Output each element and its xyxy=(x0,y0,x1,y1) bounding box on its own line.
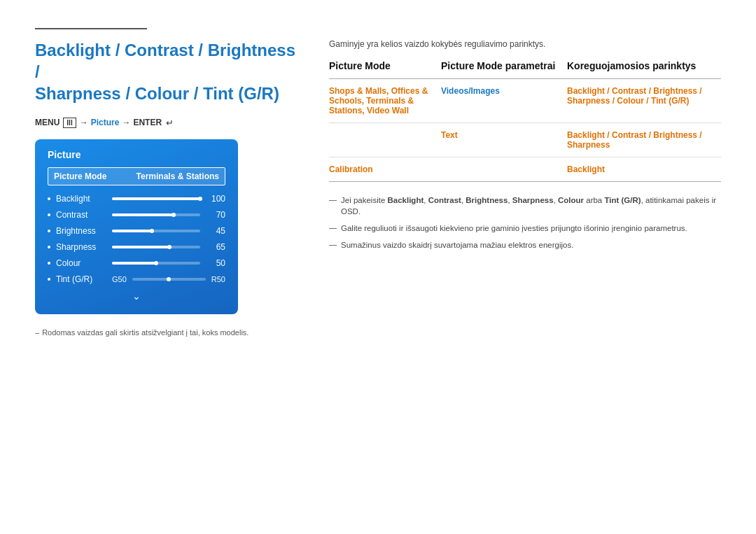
note-item: —Jei pakeisite Backlight, Contrast, Brig… xyxy=(329,195,721,217)
right-intro: Gaminyje yra kelios vaizdo kokybės regul… xyxy=(329,39,721,49)
osd-rows: Backlight100Contrast70Brightness45Sharpn… xyxy=(48,194,225,268)
menu-path: MENU III → Picture → ENTER ↵ xyxy=(35,118,301,128)
osd-dot xyxy=(48,262,50,265)
col-header-param: Picture Mode parametrai xyxy=(441,60,567,79)
osd-row-brightness: Brightness45 xyxy=(48,226,225,236)
osd-bar-fill xyxy=(112,246,169,248)
notes-section: —Jei pakeisite Backlight, Contrast, Brig… xyxy=(329,195,721,251)
osd-row-colour: Colour50 xyxy=(48,258,225,268)
note-below-panel: – Rodomas vaizdas gali skirtis atsižvelg… xyxy=(35,328,301,337)
osd-value: 70 xyxy=(206,210,225,220)
table-cell-mode xyxy=(329,123,441,157)
osd-tint-row: Tint (G/R) G50 R50 xyxy=(48,274,225,284)
osd-tint-r: R50 xyxy=(211,275,225,283)
table-cell-options: Backlight / Contrast / Brightness / Shar… xyxy=(567,123,721,157)
table-cell-param: Text xyxy=(441,123,567,157)
table-cell-mode: Shops & Malls, Offices & Schools, Termin… xyxy=(329,79,441,123)
info-table-body: Shops & Malls, Offices & Schools, Termin… xyxy=(329,79,721,182)
right-column: Gaminyje yra kelios vaizdo kokybės regul… xyxy=(329,39,721,513)
table-cell-param xyxy=(441,157,567,182)
enter-icon: ↵ xyxy=(166,118,174,128)
info-table: Picture Mode Picture Mode parametrai Kor… xyxy=(329,60,721,182)
arrow1: → xyxy=(80,118,88,127)
table-row: Shops & Malls, Offices & Schools, Termin… xyxy=(329,79,721,123)
main-layout: Backlight / Contrast / Brightness / Shar… xyxy=(35,39,721,513)
osd-bar-container xyxy=(112,197,200,200)
menu-box-icon: III xyxy=(63,118,76,128)
osd-tint-dot xyxy=(48,278,50,281)
note-item: —Galite reguliuoti ir išsaugoti kiekvien… xyxy=(329,223,721,234)
table-cell-options: Backlight xyxy=(567,157,721,182)
osd-bar-fill xyxy=(112,197,200,200)
left-column: Backlight / Contrast / Brightness / Shar… xyxy=(35,39,301,513)
osd-bar-fill xyxy=(112,262,156,265)
page-title: Backlight / Contrast / Brightness / Shar… xyxy=(35,39,301,105)
osd-dot xyxy=(48,230,50,232)
table-cell-param: Videos/Images xyxy=(441,79,567,123)
osd-row-contrast: Contrast70 xyxy=(48,210,225,220)
note-item: —Sumažinus vaizdo skaidrį suvartojama ma… xyxy=(329,239,721,251)
osd-label: Brightness xyxy=(56,226,106,236)
osd-tint-bar xyxy=(132,278,206,281)
osd-dot xyxy=(48,197,50,200)
menu-label: MENU xyxy=(35,118,59,127)
top-rule xyxy=(35,28,147,29)
osd-bar-fill xyxy=(112,213,174,216)
col-header-options: Koreguojamosios parinktys xyxy=(567,60,721,79)
osd-mode-label: Picture Mode xyxy=(54,171,106,181)
osd-row-backlight: Backlight100 xyxy=(48,194,225,204)
osd-value: 100 xyxy=(206,194,225,204)
table-cell-options: Backlight / Contrast / Brightness / Shar… xyxy=(567,79,721,123)
osd-row-sharpness: Sharpness65 xyxy=(48,242,225,252)
osd-bar-container xyxy=(112,262,200,265)
osd-bar-container xyxy=(112,213,200,216)
osd-bar-fill xyxy=(112,230,152,232)
osd-bar-container xyxy=(112,246,200,248)
enter-label: ENTER xyxy=(133,118,162,127)
osd-value: 50 xyxy=(206,258,225,268)
osd-tint-label: Tint (G/R) xyxy=(56,274,106,284)
page: Backlight / Contrast / Brightness / Shar… xyxy=(0,0,756,534)
osd-dot xyxy=(48,246,50,248)
osd-label: Sharpness xyxy=(56,242,106,252)
table-cell-mode: Calibration xyxy=(329,157,441,182)
osd-tint-g: G50 xyxy=(112,275,127,283)
osd-dot xyxy=(48,213,50,216)
osd-label: Contrast xyxy=(56,210,106,220)
osd-mode-value: Terminals & Stations xyxy=(136,171,219,181)
osd-value: 65 xyxy=(206,242,225,252)
osd-header-row: Picture Mode Terminals & Stations xyxy=(48,167,225,185)
table-row: CalibrationBacklight xyxy=(329,157,721,182)
arrow2: → xyxy=(122,118,130,127)
col-header-mode: Picture Mode xyxy=(329,60,441,79)
osd-panel: Picture Picture Mode Terminals & Station… xyxy=(35,139,238,314)
osd-label: Colour xyxy=(56,258,106,268)
osd-label: Backlight xyxy=(56,194,106,204)
osd-value: 45 xyxy=(206,226,225,236)
table-row: TextBacklight / Contrast / Brightness / … xyxy=(329,123,721,157)
picture-label: Picture xyxy=(91,118,120,127)
osd-bar-container xyxy=(112,230,200,232)
osd-panel-title: Picture xyxy=(48,149,225,160)
osd-tint-thumb xyxy=(167,277,171,281)
osd-chevron-icon: ⌄ xyxy=(48,290,225,302)
